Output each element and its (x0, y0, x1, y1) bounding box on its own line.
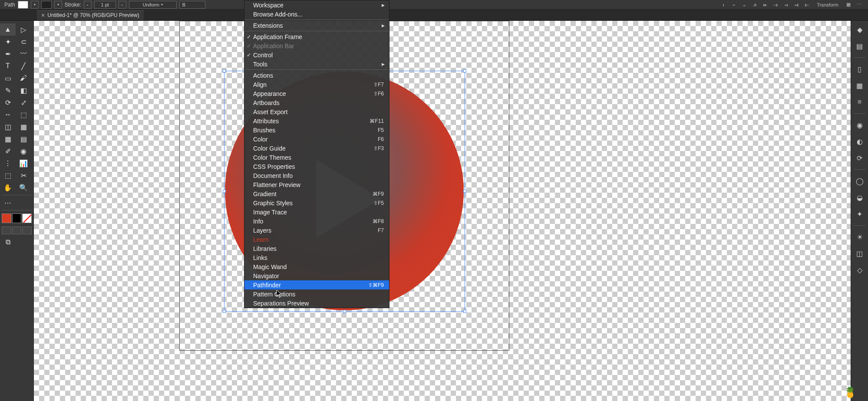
menu-image-trace[interactable]: Image Trace (244, 207, 389, 217)
menu-flattener-preview[interactable]: Flattener Preview (244, 180, 389, 189)
menu-attributes[interactable]: Attributes⌘F11 (244, 116, 389, 125)
menu-asset-export[interactable]: Asset Export (244, 107, 389, 116)
column-graph-tool[interactable]: 📊 (16, 157, 31, 169)
perspective-grid-tool[interactable]: ▦ (16, 121, 31, 133)
draw-inside-icon[interactable] (22, 227, 32, 234)
close-tab-icon[interactable]: × (41, 12, 45, 19)
paintbrush-tool[interactable]: 🖌 (16, 72, 31, 84)
free-transform-tool[interactable]: ⬚ (16, 108, 31, 121)
stroke-weight-up[interactable]: ⌄ (119, 1, 126, 9)
eyedropper-tool[interactable]: ✐ (0, 145, 16, 157)
draw-normal-icon[interactable] (2, 227, 11, 234)
more-icon[interactable]: ⋯ (854, 1, 864, 8)
menu-artboards[interactable]: Artboards (244, 98, 389, 107)
handle-bottom-left[interactable] (223, 310, 226, 313)
align-center-v-icon[interactable]: ⫢ (760, 1, 770, 8)
transform-label[interactable]: Transform (812, 1, 843, 8)
stroke-icon[interactable]: ◐ (854, 135, 866, 148)
type-tool[interactable]: T (0, 60, 16, 72)
menu-graphic-styles[interactable]: Graphic Styles⇧F5 (244, 198, 389, 207)
gradient-tool[interactable]: ▤ (16, 133, 31, 145)
menu-magic-wand[interactable]: Magic Wand (244, 262, 389, 271)
selection-tool[interactable]: ▲ (0, 23, 16, 36)
swatches-icon[interactable]: ▦ (854, 79, 866, 92)
graphic-styles-icon[interactable]: ✦ (854, 208, 866, 220)
slice-tool[interactable]: ✂ (16, 169, 31, 181)
mesh-tool[interactable]: ▦ (0, 133, 16, 145)
menu-actions[interactable]: Actions (244, 71, 389, 80)
align-top-icon[interactable]: ⫡ (750, 1, 759, 8)
menu-links[interactable]: Links (244, 253, 389, 262)
scale-tool[interactable]: ⤢ (16, 96, 31, 108)
fill-swatch[interactable] (18, 1, 28, 9)
layers-icon[interactable]: ☀ (854, 231, 866, 243)
stroke-weight-down[interactable]: ⌄ (84, 1, 92, 9)
menu-learn[interactable]: Learn (244, 235, 389, 244)
align-center-h-icon[interactable]: ⫟ (729, 1, 739, 8)
menu-pattern-options[interactable]: Pattern Options (244, 289, 389, 299)
screen-mode-icon[interactable]: ⧉ (0, 236, 16, 248)
handle-top-left[interactable] (223, 69, 226, 72)
edit-toolbar-icon[interactable]: ⋯ (0, 197, 16, 209)
menu-document-info[interactable]: Document Info (244, 171, 389, 180)
appearance-icon[interactable]: ◒ (854, 191, 866, 204)
line-segment-tool[interactable]: ╱ (16, 60, 31, 72)
direct-selection-tool[interactable]: ▷ (16, 23, 31, 36)
menu-info[interactable]: Info⌘F8 (244, 217, 389, 226)
libraries-icon[interactable]: ▤ (854, 40, 866, 52)
blend-tool[interactable]: ◉ (16, 145, 31, 157)
fill-color-swatch[interactable] (2, 214, 11, 223)
menu-control[interactable]: Control (244, 50, 389, 59)
menu-css-properties[interactable]: CSS Properties (244, 162, 389, 171)
menu-gradient[interactable]: Gradient⌘F9 (244, 189, 389, 198)
stroke-swatch[interactable] (41, 1, 52, 9)
lasso-tool[interactable]: ⊂ (16, 36, 31, 48)
align-right-icon[interactable]: ⫠ (739, 1, 749, 8)
color-icon[interactable]: ▯ (854, 63, 866, 75)
symbol-sprayer-tool[interactable]: ⋮ (0, 157, 16, 169)
profile-select[interactable]: Uniform ▾ (129, 1, 177, 9)
menu-color[interactable]: ColorF6 (244, 135, 389, 144)
shape-builder-tool[interactable]: ◫ (0, 121, 16, 133)
menu-layers[interactable]: LayersF7 (244, 226, 389, 235)
pen-tool[interactable]: ✒ (0, 48, 16, 60)
symbols-icon[interactable]: ◉ (854, 119, 866, 131)
menu-align[interactable]: Align⇧F7 (244, 80, 389, 89)
menu-workspace[interactable]: Workspace (244, 0, 389, 10)
shaper-tool[interactable]: ✎ (0, 84, 16, 96)
align-bottom-icon[interactable]: ⫣ (771, 1, 780, 8)
menu-color-guide[interactable]: Color Guide⇧F3 (244, 144, 389, 153)
artboard-tool[interactable]: ⬚ (0, 169, 16, 181)
draw-behind-icon[interactable] (12, 227, 22, 234)
menu-separations-preview[interactable]: Separations Preview (244, 299, 389, 308)
handle-mid-left[interactable] (223, 190, 226, 193)
handle-top-right[interactable] (463, 69, 466, 72)
zoom-tool[interactable]: 🔍 (16, 181, 31, 194)
distribute-v-icon[interactable]: ⫥ (792, 1, 801, 8)
menu-color-themes[interactable]: Color Themes (244, 153, 389, 162)
fill-dropdown[interactable]: ▾ (31, 1, 39, 9)
document-tab[interactable]: × Untitled-1* @ 70% (RGB/GPU Preview) (37, 10, 144, 20)
menu-browse-addons[interactable]: Browse Add-ons... (244, 10, 389, 19)
none-swatch[interactable] (22, 214, 32, 223)
menu-extensions[interactable]: Extensions (244, 21, 389, 30)
menu-navigator[interactable]: Navigator (244, 271, 389, 280)
align-left-icon[interactable]: ⫞ (719, 1, 728, 8)
transparency-icon[interactable]: ◯ (854, 175, 866, 187)
stroke-weight-value[interactable]: 1 pt (94, 1, 116, 9)
handle-mid-right[interactable] (463, 190, 466, 193)
asset-export-icon[interactable]: ◫ (854, 247, 866, 260)
menu-appearance[interactable]: Appearance⇧F6 (244, 89, 389, 98)
curvature-tool[interactable]: 〰 (16, 48, 31, 60)
brushes-icon[interactable]: ≡ (854, 96, 866, 108)
rotate-tool[interactable]: ⟳ (0, 96, 16, 108)
handle-bottom-right[interactable] (463, 310, 466, 313)
stroke-color-swatch[interactable] (12, 214, 22, 223)
handle-bottom-mid[interactable] (343, 310, 346, 313)
spacing-icon[interactable]: ⫦ (802, 1, 812, 8)
brush-select[interactable]: B (179, 1, 205, 9)
magic-wand-tool[interactable]: ✦ (0, 36, 16, 48)
stroke-dropdown[interactable]: ▾ (54, 1, 62, 9)
canvas-checkerboard[interactable] (34, 21, 851, 401)
width-tool[interactable]: ↔ (0, 108, 16, 121)
